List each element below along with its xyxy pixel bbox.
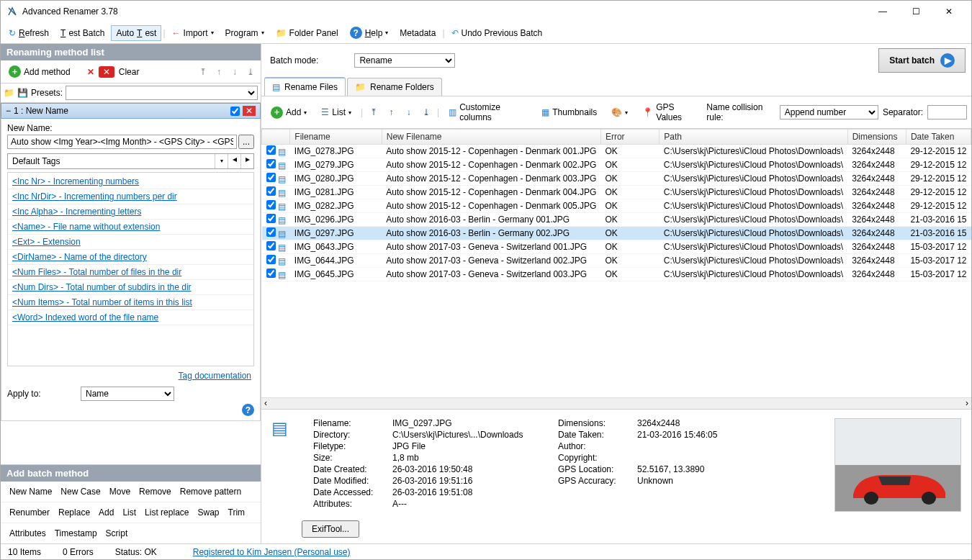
tab-rename-folders[interactable]: 📁Rename Folders (347, 78, 442, 96)
grid-down-icon[interactable]: ↓ (402, 107, 415, 117)
batch-method-swap[interactable]: Swap (193, 505, 223, 520)
batch-method-replace[interactable]: Replace (54, 505, 94, 520)
batch-method-list[interactable]: List (118, 505, 140, 520)
test-batch-button[interactable]: Test Batch (55, 25, 109, 41)
refresh-button[interactable]: ↻RRefreshefresh (4, 25, 54, 41)
move-bottom-icon[interactable]: ⤓ (243, 67, 258, 77)
row-checkbox[interactable] (266, 145, 276, 155)
tag-link[interactable]: <Name> - File name without extension (8, 220, 253, 235)
help-button[interactable]: ?Help▾ (345, 24, 394, 42)
table-row[interactable]: ▤IMG_0296.JPGAuto show 2016-03 - Berlin … (262, 213, 971, 227)
minimize-button[interactable]: — (866, 1, 899, 22)
tag-link[interactable]: <Num Files> - Total number of files in t… (8, 265, 253, 280)
batch-method-attributes[interactable]: Attributes (5, 526, 50, 541)
column-header[interactable]: Date Taken (906, 130, 971, 145)
column-header[interactable]: Filename (290, 130, 382, 145)
column-header[interactable]: Path (660, 130, 847, 145)
row-checkbox[interactable] (266, 173, 276, 182)
row-checkbox[interactable] (266, 241, 276, 250)
table-row[interactable]: ▤IMG_0643.JPGAuto show 2017-03 - Geneva … (262, 240, 971, 254)
color-button[interactable]: 🎨▾ (606, 104, 633, 120)
tag-link[interactable]: <Num Dirs> - Total number of subdirs in … (8, 280, 253, 295)
grid-list-button[interactable]: ☰List▾ (316, 104, 356, 120)
batch-method-add[interactable]: Add (94, 505, 118, 520)
customize-columns-button[interactable]: ▥Customize columns (444, 99, 532, 125)
exiftool-button[interactable]: ExifTool... (302, 520, 359, 538)
batch-method-remove[interactable]: Remove (135, 484, 176, 499)
horizontal-scrollbar[interactable]: ‹› (261, 397, 971, 409)
default-tags-select[interactable]: Default Tags (8, 154, 215, 168)
row-checkbox[interactable] (266, 268, 276, 278)
folder-panel-button[interactable]: 📁Folder Panel (271, 25, 343, 41)
import-button[interactable]: ←Import▾ (167, 25, 219, 41)
table-row[interactable]: ▤IMG_0280.JPGAuto show 2015-12 - Copenha… (262, 172, 971, 186)
grid-top-icon[interactable]: ⤒ (367, 107, 380, 117)
batch-method-script[interactable]: Script (102, 526, 132, 541)
maximize-button[interactable]: ☐ (899, 1, 932, 22)
move-top-icon[interactable]: ⤒ (196, 67, 210, 77)
row-checkbox[interactable] (266, 200, 276, 209)
apply-to-select[interactable]: Name (81, 387, 174, 401)
new-name-more-button[interactable]: ... (238, 135, 254, 149)
batch-method-new-case[interactable]: New Case (56, 484, 104, 499)
tags-dropdown-icon[interactable]: ▾ (215, 154, 228, 168)
method-enabled-checkbox[interactable] (230, 107, 240, 116)
gps-values-button[interactable]: 📍GPS Values (637, 99, 702, 125)
row-checkbox[interactable] (266, 159, 276, 168)
separator-input[interactable] (927, 105, 967, 119)
row-checkbox[interactable] (266, 255, 276, 264)
auto-test-button[interactable]: Auto Test (111, 25, 161, 41)
batch-method-renumber[interactable]: Renumber (5, 505, 54, 520)
batch-method-list-replace[interactable]: List replace (140, 505, 193, 520)
tab-rename-files[interactable]: ▤Rename Files (264, 77, 346, 96)
method-help-icon[interactable]: ? (242, 404, 254, 416)
move-down-icon[interactable]: ↓ (228, 67, 242, 77)
tag-link[interactable]: <Word> Indexed word of the file name (8, 310, 253, 325)
presets-select[interactable] (66, 86, 258, 100)
undo-button[interactable]: ↶Undo Previous Batch (446, 25, 548, 41)
registration-link[interactable]: Registered to Kim Jensen (Personal use) (193, 547, 351, 557)
tag-link[interactable]: <DirName> - Name of the directory (8, 250, 253, 265)
row-checkbox[interactable] (266, 227, 276, 237)
row-checkbox[interactable] (266, 186, 276, 196)
grid-bottom-icon[interactable]: ⤓ (420, 107, 433, 117)
program-button[interactable]: Program▾ (220, 25, 269, 41)
column-header[interactable]: Dimensions (847, 130, 906, 145)
tag-link[interactable]: <Num Items> - Total number of items in t… (8, 295, 253, 310)
row-checkbox[interactable] (266, 214, 276, 223)
batch-method-timestamp[interactable]: Timestamp (50, 526, 102, 541)
save-preset-icon[interactable]: 💾 (17, 88, 28, 98)
delete-x-icon[interactable]: ✕ (84, 67, 97, 77)
table-row[interactable]: ▤IMG_0282.JPGAuto show 2015-12 - Copenha… (262, 199, 971, 213)
add-method-button[interactable]: +Add method (4, 63, 76, 81)
column-header[interactable]: New Filename (382, 130, 600, 145)
close-button[interactable]: ✕ (932, 1, 966, 22)
batch-method-move[interactable]: Move (105, 484, 135, 499)
batch-method-remove-pattern[interactable]: Remove pattern (176, 484, 246, 499)
batch-method-new-name[interactable]: New Name (5, 484, 56, 499)
table-row[interactable]: ▤IMG_0645.JPGAuto show 2017-03 - Geneva … (262, 268, 971, 281)
batch-mode-select[interactable]: Rename (354, 53, 455, 68)
metadata-button[interactable]: Metadata (395, 25, 441, 41)
start-batch-button[interactable]: Start batch ▶ (878, 48, 966, 73)
grid-add-button[interactable]: +Add▾ (266, 104, 312, 122)
new-name-input[interactable] (7, 135, 237, 149)
move-up-icon[interactable]: ↑ (212, 67, 226, 77)
table-row[interactable]: ▤IMG_0644.JPGAuto show 2017-03 - Geneva … (262, 254, 971, 268)
tags-prev-icon[interactable]: ◂ (228, 154, 240, 168)
tag-documentation-link[interactable]: Tag documentation (179, 371, 251, 381)
column-header[interactable]: Error (600, 130, 659, 145)
thumbnails-button[interactable]: ▦Thumbnails (536, 104, 602, 120)
collision-select[interactable]: Append number (780, 105, 878, 119)
tags-next-icon[interactable]: ▸ (240, 154, 253, 168)
tag-link[interactable]: <Inc Nr> - Incrementing numbers (8, 174, 253, 189)
table-row[interactable]: ▤IMG_0279.JPGAuto show 2015-12 - Copenha… (262, 158, 971, 172)
open-preset-icon[interactable]: 📁 (4, 88, 14, 98)
clear-button[interactable]: ✕ (99, 66, 114, 78)
method-header[interactable]: − 1 : New Name ✕ (1, 103, 261, 119)
tag-link[interactable]: <Ext> - Extension (8, 235, 253, 250)
table-row[interactable]: ▤IMG_0278.JPGAuto show 2015-12 - Copenha… (262, 145, 971, 158)
table-row[interactable]: ▤IMG_0297.JPGAuto show 2016-03 - Berlin … (262, 227, 971, 240)
tag-link[interactable]: <Inc NrDir> - Incrementing numbers per d… (8, 189, 253, 204)
table-row[interactable]: ▤IMG_0281.JPGAuto show 2015-12 - Copenha… (262, 186, 971, 199)
